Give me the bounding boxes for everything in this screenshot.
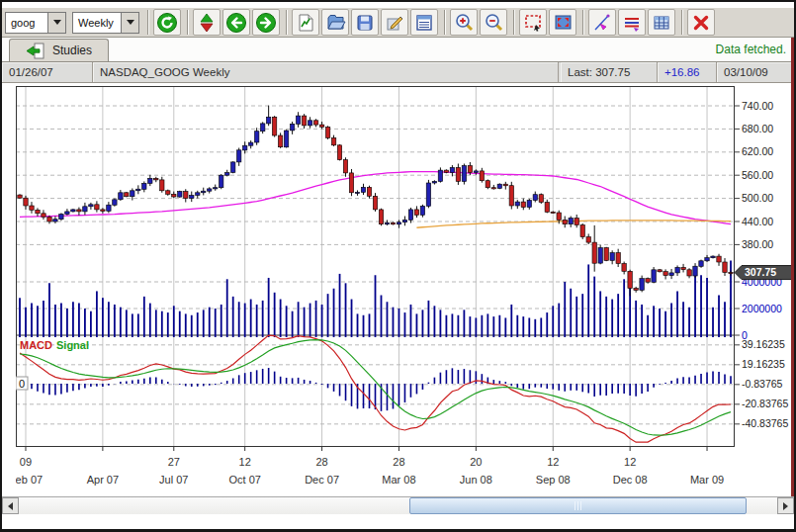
svg-text:307.75: 307.75 [745, 266, 776, 278]
svg-text:Jun 08: Jun 08 [460, 474, 492, 486]
toolbar-separator [582, 10, 584, 35]
svg-text:680.00: 680.00 [742, 123, 773, 134]
svg-text:740.00: 740.00 [742, 100, 773, 112]
toolbar: goog Weekly [2, 8, 794, 38]
svg-text:Apr 07: Apr 07 [87, 474, 119, 486]
report-button[interactable] [410, 9, 438, 36]
zoom-out-icon [484, 12, 504, 33]
toolbar-separator [286, 10, 288, 35]
svg-text:Signal: Signal [56, 339, 89, 351]
chart-area[interactable]: 740.00680.00620.00560.00500.00440.00380.… [2, 83, 794, 514]
svg-text:380.00: 380.00 [742, 238, 773, 250]
open-button[interactable] [321, 9, 349, 36]
zoom-in-icon [454, 12, 475, 33]
scroll-right-icon [783, 502, 788, 510]
svg-text:500.00: 500.00 [742, 192, 773, 204]
svg-text:28: 28 [393, 456, 404, 468]
svg-text:0: 0 [19, 378, 25, 390]
new-chart-button[interactable] [292, 9, 319, 36]
price-change: +16.86 [658, 62, 717, 82]
toolbar-separator [513, 10, 515, 35]
chevron-down-icon [53, 20, 61, 25]
zoom-region-button[interactable] [519, 9, 547, 36]
save-button[interactable] [351, 9, 379, 36]
last-price-label: Last: 307.75 [561, 62, 658, 82]
scrollbar-thumb[interactable] [409, 497, 747, 514]
svg-text:440.00: 440.00 [742, 216, 773, 227]
refresh-button[interactable] [153, 9, 181, 36]
svg-text:28: 28 [315, 456, 327, 468]
chart-application-window: NASDAQ_GOOG Weekly goog Weekly [0, 0, 796, 532]
svg-text:Jul 07: Jul 07 [159, 474, 188, 486]
studies-tab-label: Studies [52, 44, 92, 57]
back-button[interactable] [222, 9, 250, 36]
svg-text:Dec 08: Dec 08 [613, 474, 648, 486]
price-arrows-button[interactable] [193, 9, 221, 36]
svg-text:19.16235: 19.16235 [742, 358, 785, 370]
symbol-combo[interactable]: goog [5, 12, 66, 34]
horizontal-lines-button[interactable] [618, 9, 646, 36]
tab-bar: Studies Data fetched. [2, 38, 794, 62]
svg-text:2000000: 2000000 [742, 303, 782, 314]
window-right-edge [791, 38, 794, 507]
svg-text:620.00: 620.00 [742, 145, 773, 157]
forward-button[interactable] [252, 9, 280, 36]
annotate-button[interactable] [381, 9, 408, 36]
toolbar-separator [444, 10, 446, 35]
svg-text:20: 20 [470, 456, 482, 468]
toolbar-separator [681, 10, 683, 35]
trendline-button[interactable] [588, 9, 616, 36]
svg-text:-20.83765: -20.83765 [742, 398, 788, 409]
svg-text:Sep 08: Sep 08 [536, 474, 571, 486]
forward-icon [255, 12, 277, 34]
open-folder-icon [325, 12, 346, 33]
svg-text:09: 09 [20, 456, 32, 468]
scroll-left-button[interactable] [2, 497, 19, 514]
annotate-icon [385, 13, 404, 33]
svg-text:Dec 07: Dec 07 [305, 474, 339, 486]
svg-text:-40.83765: -40.83765 [742, 417, 788, 429]
refresh-icon [156, 12, 178, 34]
svg-text:39.16235: 39.16235 [742, 338, 785, 350]
zoom-region-icon [523, 12, 544, 33]
data-table-button[interactable] [648, 9, 675, 36]
new-chart-icon [296, 13, 315, 33]
fit-chart-button[interactable] [549, 9, 576, 36]
info-bar: 01/26/07 NASDAQ_GOOG Weekly Last: 307.75… [2, 62, 794, 83]
delete-button[interactable] [687, 9, 715, 36]
toolbar-separator [187, 10, 189, 35]
svg-text:12: 12 [547, 456, 559, 468]
svg-text:Mar 09: Mar 09 [690, 474, 724, 486]
svg-text:27: 27 [168, 456, 180, 468]
svg-text:Feb 07: Feb 07 [16, 474, 43, 486]
symbol-combo-arrow[interactable] [47, 13, 65, 33]
trendline-icon [592, 13, 612, 33]
svg-text:12: 12 [624, 456, 636, 468]
fit-chart-icon [553, 12, 574, 33]
candlestick-chart[interactable]: 740.00680.00620.00560.00500.00440.00380.… [16, 86, 795, 493]
report-icon [414, 13, 434, 33]
chart-start-date: 01/26/07 [2, 62, 93, 82]
zoom-in-button[interactable] [450, 9, 478, 36]
studies-tab-icon [26, 43, 45, 59]
data-table-icon [652, 13, 671, 33]
scrollbar-track[interactable] [19, 497, 777, 514]
scroll-left-icon [8, 502, 13, 510]
period-combo-value: Weekly [73, 13, 121, 33]
horizontal-lines-icon [622, 13, 642, 33]
symbol-combo-value: goog [6, 13, 47, 33]
chevron-down-icon [127, 20, 134, 25]
horizontal-scrollbar[interactable] [2, 496, 794, 514]
tab-studies[interactable]: Studies [9, 39, 109, 61]
svg-text:12: 12 [239, 456, 251, 468]
zoom-out-button[interactable] [480, 9, 507, 36]
price-arrows-icon [197, 13, 217, 33]
period-combo[interactable]: Weekly [72, 12, 139, 34]
svg-text:-0.83765: -0.83765 [742, 378, 783, 390]
scroll-right-button[interactable] [777, 497, 794, 514]
back-icon [225, 12, 247, 34]
series-title: NASDAQ_GOOG Weekly [93, 62, 559, 82]
svg-text:Mar 08: Mar 08 [382, 474, 415, 486]
toolbar-separator [147, 10, 149, 35]
period-combo-arrow[interactable] [121, 13, 138, 33]
